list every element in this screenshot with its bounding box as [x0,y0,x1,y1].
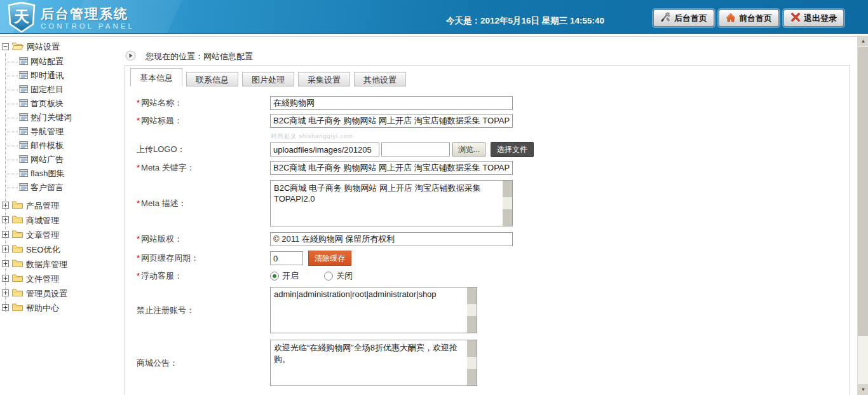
app-logo: 天 后台管理系统 CONTROL PANEL [8,2,135,35]
scrollbar-thumb[interactable] [858,47,868,336]
minus-box-icon[interactable] [2,43,9,52]
choose-file-button[interactable]: 选择文件 [491,142,534,157]
plus-box-icon[interactable] [2,303,9,313]
cache-period-input[interactable] [270,251,303,265]
sidebar-item-admin-settings[interactable]: 管理员设置 [0,286,122,301]
radio-button-off[interactable] [324,272,333,281]
radio-button-on[interactable] [270,272,279,281]
backend-home-button[interactable]: 后台首页 [653,10,714,27]
sidebar-item-home-blocks[interactable]: 首页板块 [0,97,122,111]
sidebar-item-label: 热门关键词 [31,112,72,123]
tab-image-processing[interactable]: 图片处理 [242,72,294,87]
backend-home-label: 后台首页 [674,13,707,24]
sidebar-item-label: flash图集 [31,168,64,179]
svg-text:天: 天 [13,8,30,25]
field-label: 禁止注册账号： [137,305,270,316]
sidebar-item-help-center[interactable]: 帮助中心 [0,301,122,315]
frontend-home-label: 前台首页 [739,13,772,24]
doc-icon [19,85,29,95]
form-row-banned-accounts: 禁止注册账号： admin|administration|root|admini… [137,287,477,333]
radio-option-off[interactable]: 关闭 [324,270,353,282]
doc-icon [19,155,29,165]
form-row-meta-desc: *Meta 描述： B2C商城 电子商务 购物网站 网上开店 淘宝店铺数据采集 … [137,180,513,226]
tab-contact-info[interactable]: 联系信息 [186,72,238,87]
shield-logo-icon: 天 [8,2,36,35]
tab-basic-info[interactable]: 基本信息 [130,68,182,87]
sidebar-item-label: 网站配置 [31,56,64,67]
sidebar-item-database-management[interactable]: 数据库管理 [0,257,122,272]
meta-keywords-input[interactable] [270,161,513,175]
plus-box-icon[interactable] [2,260,9,269]
closed-folder-icon [11,215,24,226]
sidebar-item-instant-messaging[interactable]: 即时通讯 [0,69,122,83]
sidebar-item-flash-gallery[interactable]: flash图集 [0,167,122,181]
sidebar-item-label: 商城管理 [26,215,59,226]
textarea-scrollbar[interactable] [467,340,477,385]
sidebar-item-article-management[interactable]: 文章管理 [0,228,122,242]
textarea-scrollbar[interactable] [467,288,477,333]
sidebar-item-label: 文章管理 [26,230,59,241]
tab-other-settings[interactable]: 其他设置 [354,72,406,87]
required-asterisk: * [137,163,140,172]
scroll-down-button[interactable]: ▼ [858,384,868,395]
form-row-site-title: *网站标题： [137,114,513,128]
close-x-icon [790,12,801,24]
plus-box-icon[interactable] [2,230,9,240]
form-row-upload-logo: 上传LOGO： 时尚起义 shishangqiyi.com 浏览... 选择文件 [137,142,534,157]
breadcrumb-text: 您现在的位置：网站信息配置 [146,51,253,62]
mall-notice-textarea[interactable]: 欢迎光临“在綫购物网”全场8折优惠大酬宾，欢迎抢购。 [271,340,477,385]
sidebar-item-label: 帮助中心 [26,303,59,314]
banned-accounts-textarea[interactable]: admin|administration|root|administrator|… [271,288,477,333]
sidebar-item-mall-management[interactable]: 商城管理 [0,213,122,228]
sidebar-item-nav-management[interactable]: 导航管理 [0,125,122,139]
closed-folder-icon [11,288,24,299]
sidebar-item-fixed-columns[interactable]: 固定栏目 [0,83,122,97]
sidebar-item-customer-messages[interactable]: 客户留言 [0,181,122,195]
watermark-text: 时尚起义 shishangqiyi.com [271,132,353,141]
plus-box-icon[interactable] [2,201,9,211]
breadcrumb: 您现在的位置：网站信息配置 [125,50,253,63]
scroll-up-button[interactable]: ▲ [858,36,868,46]
sidebar-item-product-management[interactable]: 产品管理 [0,198,122,213]
radio-label: 关闭 [336,270,353,282]
copyright-input[interactable] [270,232,513,246]
field-label: *浮动客服： [137,270,270,282]
sidebar-item-label: 数据库管理 [26,259,67,270]
plus-box-icon[interactable] [2,289,9,298]
sidebar-item-label: 产品管理 [26,200,59,212]
page-scrollbar[interactable]: ▲ ▼ [857,36,868,395]
sidebar-item-file-management[interactable]: 文件管理 [0,272,122,286]
sidebar-item-hot-keywords[interactable]: 热门关键词 [0,111,122,125]
browse-button[interactable]: 浏览... [452,142,485,156]
logout-button[interactable]: 退出登录 [783,10,844,27]
form-row-floating-service: *浮动客服： 开启 关闭 [137,270,370,282]
doc-icon [19,99,29,109]
sidebar-item-label: 网站广告 [31,154,64,165]
plus-box-icon[interactable] [2,245,9,254]
radio-option-on[interactable]: 开启 [270,270,299,282]
sidebar-item-site-config[interactable]: 网站配置 [0,55,122,69]
sidebar-item-label: 网站设置 [27,41,60,53]
plus-box-icon[interactable] [2,274,9,284]
field-label: 上传LOGO： [137,144,270,155]
plus-box-icon[interactable] [2,216,9,225]
site-name-input[interactable] [270,96,513,110]
sidebar-item-label: 管理员设置 [26,288,67,300]
required-asterisk: * [137,198,140,208]
header-bar: 天 后台管理系统 CONTROL PANEL 今天是：2012年5月16日 星期… [0,0,868,34]
site-title-input[interactable] [270,114,513,128]
logo-file-input[interactable] [381,142,450,156]
textarea-scrollbar[interactable] [503,181,512,226]
frontend-home-button[interactable]: 前台首页 [719,10,779,27]
logo-path-input[interactable] [270,142,379,156]
meta-desc-textarea[interactable]: B2C商城 电子商务 购物网站 网上开店 淘宝店铺数据采集 TOPAPI2.0 [271,181,512,226]
field-label: *网站标题： [137,115,270,127]
tab-collect-settings[interactable]: 采集设置 [298,72,350,87]
sidebar-item-label: 文件管理 [26,274,59,285]
clear-cache-button[interactable]: 清除缓存 [308,251,351,266]
closed-folder-icon [11,259,24,270]
sidebar-item-site-ads[interactable]: 网站广告 [0,153,122,167]
sidebar-item-mail-templates[interactable]: 邮件模板 [0,139,122,153]
sidebar-item-site-settings[interactable]: 网站设置 [0,39,122,55]
sidebar-item-seo[interactable]: SEO优化 [0,242,122,257]
